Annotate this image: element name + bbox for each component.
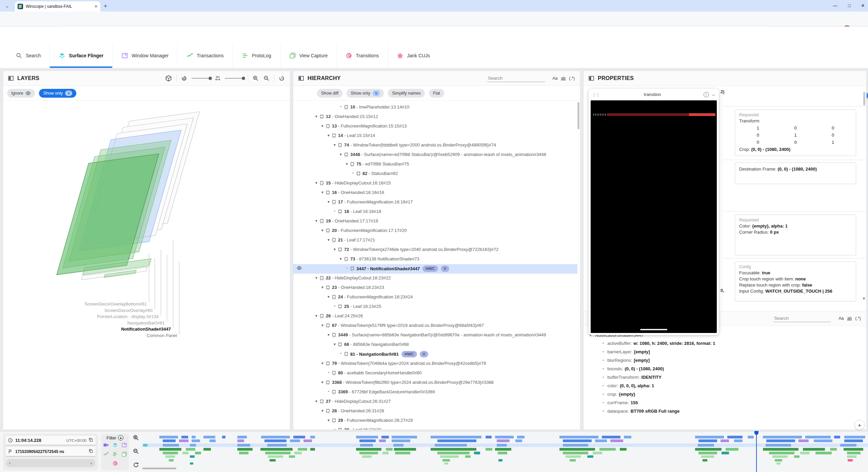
property-item-activeBuffer[interactable]: •activeBuffer:w: 1080, h: 2400, stride: … [589, 341, 866, 346]
tab-protolog[interactable]: ProtoLog [233, 43, 280, 68]
timeline-zoom-in-icon[interactable] [133, 434, 139, 442]
reset-view-history-icon[interactable] [278, 75, 285, 82]
pan-right-icon[interactable]: › [91, 461, 92, 466]
rotation-icon[interactable] [181, 75, 188, 82]
tree-row-21[interactable]: ▼21 - Leaf:17:17#21 [293, 236, 577, 245]
camera-trace-icon[interactable] [103, 442, 109, 449]
layer-label-2[interactable]: PointerLocation - display 0#134 [97, 314, 159, 319]
hierarchy-scrollbar[interactable] [577, 102, 579, 129]
chip-flat[interactable]: Flat [429, 89, 444, 98]
property-item-bounds[interactable]: •bounds:(0, 0) - (1080, 2400) [589, 366, 866, 372]
regex-icon[interactable]: (.*) [569, 76, 575, 81]
layers-trace-icon[interactable] [112, 442, 118, 449]
expand-arrow-icon[interactable]: ▼ [326, 237, 331, 243]
chip-show-diff[interactable]: Show diff [317, 89, 342, 98]
expand-arrow-icon[interactable]: ▼ [320, 228, 325, 233]
human-time-row[interactable]: 11:04:14.228 UTC+00:00 [6, 436, 95, 445]
tree-row-27[interactable]: ▼27 - HideDisplayCutout:26:31#27 [293, 397, 577, 407]
expand-arrow-icon[interactable]: ▼ [314, 114, 319, 119]
timeline-canvas[interactable] [142, 432, 868, 472]
match-word-icon[interactable]: ab [847, 316, 852, 321]
lines-trace-icon[interactable] [112, 451, 118, 458]
timeline-mini-scrollbar[interactable] [142, 468, 176, 469]
layers-3d-canvas[interactable]: ScreenDecorOverlayBottom#61ScreenDecorOv… [3, 101, 290, 430]
visibility-eye-icon[interactable] [297, 266, 302, 272]
expand-arrow-icon[interactable]: ▼ [326, 332, 331, 338]
tree-row-79[interactable]: ▼79 - WindowToken{7046b4a type=2024 andr… [293, 359, 577, 369]
window-trace-icon[interactable] [121, 442, 127, 449]
tree-row-73[interactable]: ▼73 - 8736138 NotificationShade#73 [293, 255, 577, 264]
tree-row-25[interactable]: •25 - Leaf:18:23#25 [293, 302, 577, 312]
chip-show-only[interactable]: Show onlyV [347, 89, 384, 98]
minimize-icon[interactable]: – [712, 92, 715, 97]
rotation-slider[interactable] [192, 78, 211, 79]
ns-time-row[interactable]: 1715339054227572545 ns [6, 447, 95, 456]
tree-row-23[interactable]: ▼23 - OneHanded:18:23#23 [293, 283, 577, 293]
tree-row-20[interactable]: ▼20 - FullscreenMagnification:17:17#20 [293, 226, 577, 236]
spacing-icon[interactable] [215, 75, 221, 81]
leaf-dot-icon[interactable]: • [344, 266, 350, 271]
new-tab-button[interactable]: + [104, 3, 107, 9]
regex-icon[interactable]: (.*) [855, 316, 861, 321]
leaf-dot-icon[interactable]: • [326, 370, 331, 376]
collapse-panel-icon[interactable] [8, 75, 14, 81]
match-case-icon[interactable]: Aa [552, 76, 557, 81]
timeline-reset-zoom-icon[interactable] [133, 461, 139, 470]
info-icon[interactable]: i [704, 92, 709, 97]
transition-overlay-window[interactable]: ⋮⋮ transition i – [589, 89, 719, 335]
window-maximize-button[interactable]: □ [844, 2, 854, 9]
property-item-blurRegions[interactable]: •blurRegions:[empty] [589, 358, 866, 363]
scroll-to-top-button[interactable]: ▲ [854, 420, 865, 430]
pan-left-icon[interactable]: ‹ [9, 461, 11, 466]
property-item-currFrame[interactable]: •currFrame:155 [589, 400, 866, 406]
tree-row-3369[interactable]: •3369 - 67726bf EdgeBackGestureHandler0#… [293, 388, 577, 397]
timeline-zoom-out-icon[interactable] [133, 448, 139, 456]
tab-search-chevron-icon[interactable]: ⌄ [3, 2, 11, 10]
expand-arrow-icon[interactable]: ▼ [332, 341, 337, 347]
expand-arrow-icon[interactable]: ▼ [338, 152, 343, 157]
tree-row-3449[interactable]: ▼3449 - Surface(name=885b63e NavigationB… [293, 331, 577, 340]
tab-surface-flinger[interactable]: Surface Flinger [50, 43, 112, 68]
tree-row-30[interactable]: •30 - Leaf:26:27#30 [293, 426, 577, 430]
expand-arrow-icon[interactable]: ▼ [320, 360, 325, 366]
collapse-panel-icon[interactable] [588, 75, 594, 81]
expand-arrow-icon[interactable]: ▼ [332, 247, 337, 252]
property-item-bufferTransform[interactable]: •bufferTransform:IDENTITY [589, 375, 866, 380]
tree-row-26[interactable]: ▼26 - Leaf:24:25#26 [293, 312, 577, 321]
copy-icon[interactable] [88, 449, 93, 455]
collapse-panel-icon[interactable] [298, 75, 304, 81]
expand-arrow-icon[interactable]: ▼ [320, 123, 325, 129]
tab-jank-cujs[interactable]: Jank CUJs [388, 43, 439, 68]
timeline-cursor-handle[interactable] [754, 431, 758, 435]
expand-arrow-icon[interactable]: ▼ [326, 133, 331, 138]
spacing-slider[interactable] [225, 78, 244, 79]
expand-arrow-icon[interactable]: ▼ [314, 275, 319, 281]
expand-arrow-icon[interactable]: ▼ [314, 218, 319, 224]
layer-label-5[interactable]: Common Panel [146, 333, 177, 338]
tree-row-68[interactable]: ▼68 - 885b63e NavigationBar0#68 [293, 340, 577, 350]
properties-search-input[interactable] [773, 315, 831, 322]
leaf-dot-icon[interactable]: • [332, 303, 337, 309]
tree-row-72[interactable]: ▼72 - WindowToken{a2746de type=2040 andr… [293, 245, 577, 255]
tree-row-28[interactable]: ▼28 - OneHanded:26:31#28 [293, 407, 577, 416]
tree-row-15[interactable]: ▼15 - HideDisplayCutout:16:16#15 [293, 179, 577, 188]
collapse-filter-icon[interactable]: ▲ [118, 435, 123, 440]
tree-row-14[interactable]: ▼14 - Leaf:15:15#14 [293, 131, 577, 141]
leaf-dot-icon[interactable]: • [338, 351, 343, 357]
tree-row-16[interactable]: ▼16 - OneHanded:16:16#16 [293, 188, 577, 198]
drag-handle-icon[interactable]: ⋮⋮ [592, 92, 599, 97]
tree-row-80[interactable]: •80 - ace6abb SecondaryHomeHandle0#80 [293, 369, 577, 378]
leaf-dot-icon[interactable]: • [326, 389, 331, 395]
expand-arrow-icon[interactable]: ▼ [320, 408, 325, 414]
tree-row-75[interactable]: ▼75 - ed70f88 StatusBar#75 [293, 160, 577, 169]
expand-arrow-icon[interactable]: ▼ [314, 180, 319, 186]
tree-row-22[interactable]: ▼22 - HideDisplayCutout:18:23#22 [293, 274, 577, 283]
ignore-chip[interactable]: Ignore [7, 89, 35, 98]
squares-trace-icon[interactable] [121, 451, 127, 458]
expand-arrow-icon[interactable]: ▼ [320, 190, 325, 195]
expand-arrow-icon[interactable]: ▼ [338, 256, 343, 262]
tree-row-24[interactable]: ▼24 - FullscreenMagnification:18:23#24 [293, 293, 577, 302]
match-case-icon[interactable]: Aa [839, 316, 844, 321]
tree-row-12[interactable]: ▼12 - OneHanded:15:15#12 [293, 112, 577, 122]
expand-arrow-icon[interactable]: ▼ [314, 398, 319, 404]
